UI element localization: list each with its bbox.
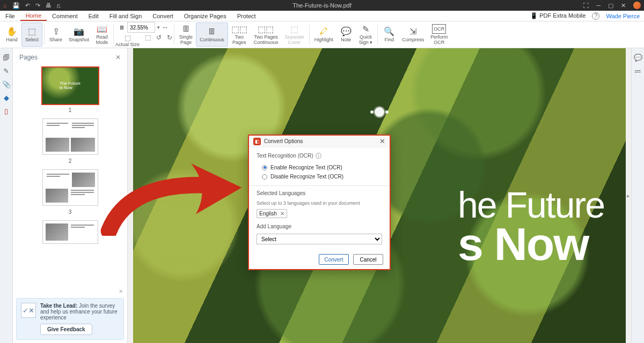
tool-snapshot[interactable]: 📷Snapshot — [65, 23, 92, 47]
info-icon[interactable]: i — [316, 153, 321, 159]
languages-hint: Select up to 3 languages used in your do… — [257, 200, 382, 206]
radio-enable-ocr[interactable]: Enable Recognize Text (OCR) — [257, 163, 382, 172]
minimize-icon[interactable]: ─ — [596, 2, 601, 9]
view-two-pages[interactable]: ⬚⬚Two Pages — [228, 23, 251, 47]
menu-edit[interactable]: Edit — [83, 11, 104, 21]
tool-hand[interactable]: ✋Hand — [2, 23, 21, 47]
survey-bold: Take the Lead: — [40, 303, 77, 309]
page-thumbnail-3[interactable]: 3 — [28, 168, 112, 215]
radio-unchecked-icon — [262, 174, 267, 180]
properties-icon[interactable]: ≔ — [634, 67, 641, 75]
page-thumbnail-2[interactable]: 2 — [28, 117, 112, 164]
undo-icon[interactable]: ↶ — [25, 2, 30, 9]
page-icon: 🗎 — [119, 24, 125, 31]
tool-perform-ocr[interactable]: OCRPerform OCR — [427, 23, 451, 47]
tool-select[interactable]: ⬚Select — [21, 23, 42, 47]
survey-close-icon[interactable]: ✕ — [119, 288, 123, 294]
tool-read-mode[interactable]: 📖Read Mode — [92, 23, 112, 47]
fullscreen-icon[interactable]: ⛶ — [583, 2, 589, 9]
pages-panel-close-icon[interactable]: ✕ — [115, 54, 121, 61]
menubar: File Home Comment Edit Fill and Sign Con… — [0, 11, 644, 21]
thumbnails-icon[interactable]: 🗐 — [3, 54, 10, 62]
convert-button[interactable]: Convert — [319, 254, 349, 265]
menu-convert[interactable]: Convert — [147, 11, 179, 21]
survey-banner: ✓✕ Take the Lead: Join the survey and he… — [16, 298, 124, 340]
help-icon[interactable]: ? — [592, 12, 599, 20]
view-two-pages-continuous[interactable]: ⬚⬚Two Pages Continuous — [251, 23, 282, 47]
comments-panel-icon[interactable]: 💬 — [634, 54, 642, 62]
maximize-icon[interactable]: ▢ — [608, 2, 613, 9]
view-separate-cover: ⬚Separate Cover — [281, 23, 308, 47]
share-titlebar-icon[interactable]: ⎌ — [57, 2, 61, 9]
view-continuous[interactable]: 🗏Continuous — [196, 23, 228, 47]
app-home-icon[interactable]: ⌂ — [3, 2, 7, 9]
hero-text: he Future s Now — [458, 188, 604, 266]
print-icon[interactable]: 🖶 — [46, 2, 52, 9]
rotate-cw-icon[interactable]: ↻ — [167, 34, 172, 47]
next-page-button[interactable]: ▸ — [626, 48, 631, 343]
user-avatar[interactable] — [633, 2, 641, 9]
save-icon[interactable]: 💾 — [12, 2, 20, 9]
right-toolstrip: 💬 ≔ — [631, 48, 644, 343]
menu-file[interactable]: File — [0, 11, 20, 21]
dialog-app-icon: ◧ — [253, 138, 261, 145]
document-title: The-Future-is-Now.pdf — [292, 2, 351, 9]
tool-share[interactable]: ⇪Share — [46, 23, 65, 47]
tool-note[interactable]: 💬Note — [336, 23, 356, 47]
actual-size-button[interactable]: ⬚Actual Size — [115, 34, 140, 47]
remove-language-icon[interactable]: ✕ — [280, 211, 284, 217]
tool-find[interactable]: 🔍Find — [379, 23, 399, 47]
page-thumbnail-1[interactable]: The Futureis Now 1 — [28, 66, 112, 113]
menu-comment[interactable]: Comment — [47, 11, 83, 21]
mobile-app-link[interactable]: 📱 PDF Extra Mobile — [530, 12, 586, 19]
tool-highlight[interactable]: 🖍Highlight — [311, 23, 336, 47]
bookmarks-icon[interactable]: ✎ — [3, 67, 9, 75]
zoom-input[interactable] — [127, 22, 155, 33]
add-language-label: Add Language — [257, 223, 291, 229]
radio-checked-icon — [262, 165, 267, 170]
convert-options-dialog: ◧ Convert Options ✕ Text Recognition (OC… — [248, 135, 391, 270]
menu-protect[interactable]: Protect — [232, 11, 261, 21]
dialog-header[interactable]: ◧ Convert Options ✕ — [249, 136, 390, 147]
fit-width-icon[interactable]: ↔ — [162, 24, 169, 31]
pages-panel-title: Pages — [19, 54, 38, 61]
layers-icon[interactable]: ◆ — [4, 94, 9, 102]
left-toolstrip: 🗐 ✎ 📎 ◆ ▯ — [0, 48, 13, 343]
page-thumbnail-4[interactable] — [28, 219, 112, 245]
tool-quick-sign[interactable]: ✎Quick Sign ▾ — [356, 23, 376, 47]
survey-icon: ✓✕ — [21, 303, 36, 318]
view-single-page[interactable]: 🗏Single Page — [176, 23, 196, 47]
menu-fill-sign[interactable]: Fill and Sign — [104, 11, 148, 21]
attachments-icon[interactable]: 📎 — [2, 80, 11, 88]
pages-panel: Pages ✕ The Futureis Now 1 2 3 ✕ ✓✕ — [13, 48, 128, 343]
languages-section-label: Selected Languages — [257, 190, 305, 196]
user-name[interactable]: Wade Pierce — [606, 13, 640, 19]
give-feedback-button[interactable]: Give Feedback — [40, 324, 92, 335]
menu-home[interactable]: Home — [20, 11, 47, 21]
tool-compress[interactable]: ⇲Compress — [399, 23, 427, 47]
menu-organize-pages[interactable]: Organize Pages — [179, 11, 232, 21]
redo-icon[interactable]: ↷ — [35, 2, 40, 9]
language-chip-english: English ✕ — [257, 209, 287, 218]
prev-page-button[interactable]: ◂ — [128, 48, 133, 343]
dialog-title: Convert Options — [264, 138, 303, 144]
close-window-icon[interactable]: ✕ — [621, 2, 626, 9]
drone-graphic — [375, 107, 384, 117]
add-language-select[interactable]: Select — [257, 234, 382, 244]
titlebar: ⌂ 💾 ↶ ↷ 🖶 ⎌ The-Future-is-Now.pdf ⛶ ─ ▢ … — [0, 0, 644, 11]
cancel-button[interactable]: Cancel — [353, 254, 383, 265]
dialog-close-icon[interactable]: ✕ — [379, 137, 385, 145]
radio-disable-ocr[interactable]: Disable Recognize Text (OCR) — [257, 172, 382, 181]
zoom-dropdown-icon[interactable]: ▾ — [157, 25, 160, 30]
zoom-controls: 🗎 ▾ ↔ — [117, 22, 171, 33]
ribbon: ✋Hand ⬚Select ⇪Share 📷Snapshot 📖Read Mod… — [0, 21, 644, 48]
fit-page-icon[interactable]: ⬚ — [145, 34, 151, 47]
rotate-ccw-icon[interactable]: ↺ — [156, 34, 162, 47]
stamp-icon[interactable]: ▯ — [4, 107, 8, 115]
ocr-section-label: Text Recognition (OCR) — [257, 153, 313, 159]
